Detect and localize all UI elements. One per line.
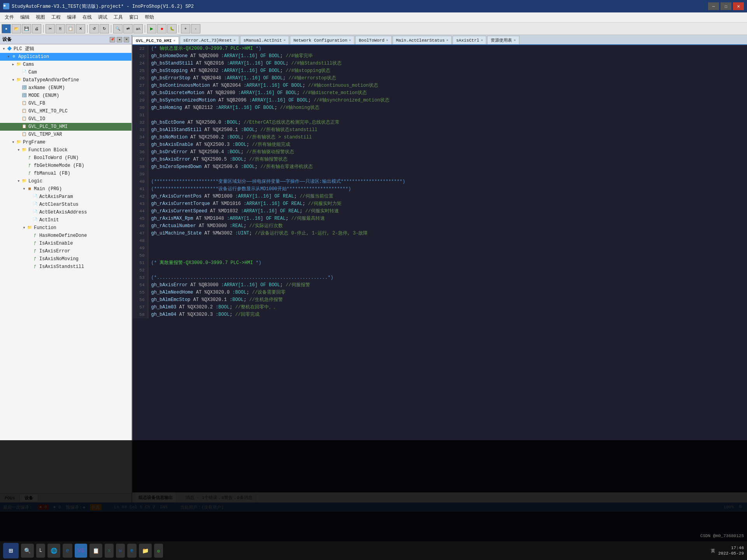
tree-datatypes[interactable]: ▼ 📁 DataTypeAndVarDefine — [0, 76, 132, 84]
code-content[interactable] — [148, 245, 747, 252]
taskbar-search[interactable]: 🔍 — [21, 544, 34, 558]
tree-isaxisstandstill[interactable]: ƒ IsAxisStandstill — [0, 263, 132, 271]
panel-close[interactable]: ✕ — [124, 37, 129, 42]
tab-close-gvl-plc-to-hmi[interactable]: ✕ — [173, 38, 175, 43]
toolbar-debug[interactable]: 🐛 — [167, 24, 177, 33]
code-content[interactable]: (***********************变量区域划分——掉电保持变量——… — [148, 178, 747, 186]
toolbar-build[interactable]: ▶ — [147, 24, 156, 33]
taskbar-vs[interactable]: VS — [75, 544, 88, 558]
toolbar-search[interactable]: 🔍 — [113, 24, 123, 33]
tree-logic[interactable]: ▼ 📁 Logic — [0, 177, 132, 185]
code-editor[interactable]: 22(* 轴状态显示-QX2000.0~2999.7 PLC->HMI *)23… — [132, 45, 747, 492]
tree-gvl-io[interactable]: 📋 GVL_IO — [0, 115, 132, 123]
code-content[interactable] — [148, 171, 747, 178]
code-content[interactable]: gh_bsStandStill AT %QB2016 :ARRAY[1..16]… — [148, 60, 747, 67]
panel-expand[interactable]: ◂ — [117, 37, 122, 42]
tree-hashomedefine[interactable]: ƒ HasHomeDefineDone — [0, 232, 132, 240]
tab-main-act-clear[interactable]: Main.ActClearStatus ✕ — [393, 36, 452, 44]
toolbar-stop[interactable]: ■ — [157, 24, 167, 33]
tab-booltoword[interactable]: BoolToWord ✕ — [355, 36, 391, 44]
code-content[interactable]: gh_rAxisCurrentPos AT %MD1000 :ARRAY[1..… — [148, 193, 747, 200]
tab-close-smanual[interactable]: ✕ — [284, 38, 286, 42]
tree-gvl-temp[interactable]: 📋 GVL_TEMP_VAR — [0, 131, 132, 138]
tree-actclearstatus[interactable]: 📄 ActClearStatus — [0, 201, 132, 208]
tree-fbgethomemode[interactable]: ƒ fbGetHomeMode (FB) — [0, 162, 132, 170]
code-content[interactable]: gh_bsAllStandStill AT %QX2500.1 :BOOL; /… — [148, 126, 747, 134]
tab-smanual[interactable]: sManual.ActInit ✕ — [240, 36, 289, 44]
code-content[interactable]: gh_bsAxisError AT %QX2500.5 :BOOL; //所有轴… — [148, 156, 747, 163]
toolbar-redo[interactable]: ↻ — [100, 24, 109, 33]
minimize-button[interactable]: ─ — [708, 2, 719, 10]
tree-plc-logic[interactable]: ▼ 🔷 PLC 逻辑 — [0, 45, 132, 53]
taskbar-files[interactable]: 📁 — [139, 544, 152, 558]
panel-pin[interactable]: 📌 — [110, 37, 115, 42]
code-content[interactable] — [148, 237, 747, 245]
tab-close-saxisctrl[interactable]: ✕ — [481, 38, 483, 42]
toolbar-copy[interactable]: ⎘ — [56, 24, 65, 33]
taskbar-excel[interactable]: X — [105, 544, 114, 558]
code-content[interactable]: gh_uiMachine_State AT %MW3002 :UINT; //设… — [148, 230, 747, 237]
toolbar-print[interactable]: 🖨 — [32, 24, 41, 33]
toolbar-cut[interactable]: ✂ — [46, 24, 55, 33]
code-content[interactable]: (* 离散量报警-QX3000.0~3999.7 PLC->HMI *) — [148, 259, 747, 267]
toolbar-open[interactable]: 📂 — [12, 24, 21, 33]
code-content[interactable]: gh_rAxisCurrentSpeed AT %MD1032 :ARRAY[1… — [148, 208, 747, 215]
toolbar-paste[interactable]: 📋 — [66, 24, 75, 33]
tab-close-main-act-clear[interactable]: ✕ — [446, 38, 448, 42]
tab-gvl-plc-to-hmi[interactable]: GVL_PLC_TO_HMI ✕ — [132, 37, 179, 45]
taskbar-app-ino[interactable]: ◎ — [154, 544, 163, 558]
tree-application[interactable]: ▼ ⚙ Application — [0, 53, 132, 61]
code-content[interactable] — [148, 112, 747, 119]
toolbar-save[interactable]: 💾 — [22, 24, 31, 33]
close-button[interactable]: ✕ — [733, 2, 744, 10]
menu-file[interactable]: 文件 — [2, 13, 17, 21]
tree-mode[interactable]: 🔣 MODE (ENUM) — [0, 92, 132, 100]
code-content[interactable]: gh_bsErrorStop AT %QB2048 :ARRAY[1..16] … — [148, 75, 747, 82]
code-content[interactable]: gh_bAlmEmcStop AT %QX3020.1 :BOOL; //生机急… — [148, 296, 747, 304]
code-content[interactable]: gh_rAxisCurrentTorque AT %MD1016 :ARRAY[… — [148, 200, 747, 208]
maximize-button[interactable]: □ — [721, 2, 731, 10]
menu-project[interactable]: 工程 — [48, 13, 64, 21]
code-content[interactable]: (* 轴状态显示-QX2000.0~2999.7 PLC->HMI *) — [148, 45, 747, 52]
code-content[interactable]: gh_rActualNumber AT %MD3000 :REAL; //实际运… — [148, 222, 747, 230]
tab-network-config[interactable]: Network Configuration ✕ — [290, 36, 354, 44]
tab-close-network-config[interactable]: ✕ — [349, 38, 351, 42]
tab-serror[interactable]: sError.Act_73}Reset ✕ — [180, 36, 239, 44]
toolbar-zoom-in[interactable]: + — [181, 24, 190, 33]
tree-actaxisparam[interactable]: 📄 ActAxisParam — [0, 193, 132, 201]
start-button[interactable]: ⊞ — [3, 543, 19, 558]
tree-function[interactable]: ▼ 📁 Function — [0, 224, 132, 232]
tree-gvl-plc-to-hmi[interactable]: 📋 GVL_PLC_TO_HMI — [0, 123, 132, 131]
tree-cam[interactable]: 📄 Cam — [0, 68, 132, 76]
code-content[interactable]: gh_bsHomeDone AT %QB2000 :ARRAY[1..16] O… — [148, 52, 747, 60]
toolbar-replace[interactable]: ⇄ — [123, 24, 133, 33]
tab-saxisctrl[interactable]: sAxisCtrl ✕ — [452, 36, 486, 44]
tree-actinit[interactable]: 📄 ActInit — [0, 216, 132, 224]
tree-main-prg[interactable]: ▼ ▦ Main (PRG) — [0, 185, 132, 193]
menu-view[interactable]: 视图 — [33, 13, 48, 21]
tree-gvl-fb[interactable]: 📋 GVL_FB — [0, 100, 132, 107]
tab-close-serror[interactable]: ✕ — [233, 38, 235, 42]
menu-online[interactable]: 在线 — [79, 13, 95, 21]
code-content[interactable]: gh_bAlm04 AT %QX3020.3 :BOOL; //回零完成 — [148, 311, 747, 318]
code-content[interactable]: gh_bAlmNeedHome AT %QX3020.0 :BOOL; //设备… — [148, 289, 747, 296]
menu-help[interactable]: 帮助 — [142, 13, 157, 21]
code-content[interactable]: gh_bsNoMotion AT %QX2500.2 :BOOL; //所有轴状… — [148, 134, 747, 141]
code-content[interactable] — [148, 267, 747, 274]
menu-window[interactable]: 窗口 — [126, 13, 142, 21]
code-content[interactable]: (*......................................… — [148, 274, 747, 282]
code-content[interactable] — [148, 252, 747, 259]
tree-function-block[interactable]: ▼ 📁 Function Block — [0, 146, 132, 154]
code-content[interactable]: gh_bAxisError AT %QB3000 :ARRAY[1..16] O… — [148, 282, 747, 289]
tree-cams[interactable]: ▶ 📁 Cams — [0, 61, 132, 68]
code-content[interactable]: gh_bsSynchronizedMotion AT %QB2096 :ARRA… — [148, 97, 747, 104]
menu-debug[interactable]: 调试 — [95, 13, 110, 21]
tree-gvl-hmi-to-plc[interactable]: 📋 GVL_HMI_TO_PLC — [0, 107, 132, 115]
code-content[interactable]: gh_bsEctDone AT %QX2500.0 :BOOL; //Ether… — [148, 119, 747, 126]
code-content[interactable]: (***********************设备运行参数显示从MD1000开… — [148, 186, 747, 193]
tree-isaxiserror[interactable]: ƒ IsAxisError — [0, 247, 132, 255]
toolbar-delete[interactable]: ✕ — [76, 24, 85, 33]
code-content[interactable]: gh_bsDiscreteMotion AT %QB2080 :ARRAY[1.… — [148, 89, 747, 97]
taskbar-edge[interactable]: e — [127, 544, 137, 558]
toolbar-zoom-out[interactable]: - — [191, 24, 200, 33]
